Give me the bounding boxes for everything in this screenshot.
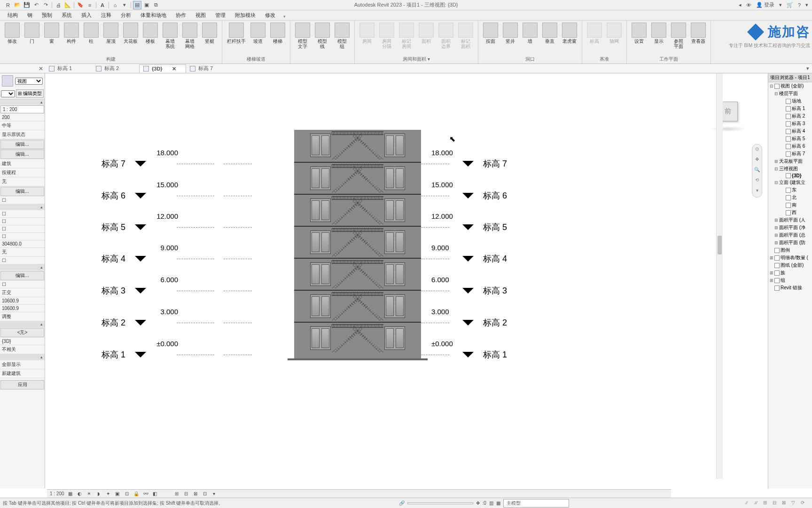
ribbon-button[interactable]: 参照 平面 (669, 22, 688, 50)
level-marker-right[interactable]: 3.000标高 2 (459, 317, 507, 328)
view-cube[interactable]: 前 (707, 97, 749, 139)
property-row[interactable] (0, 281, 45, 288)
document-tab[interactable]: {3D}✕ (139, 64, 186, 73)
ribbon-button[interactable]: 墙 (521, 22, 539, 45)
ribbon-button[interactable]: 楼板 (141, 22, 160, 50)
ribbon-button[interactable]: 屋顶 (102, 22, 120, 50)
close-properties-icon[interactable]: ✕ (0, 65, 45, 72)
ribbon-tab[interactable]: 修改 (260, 10, 280, 20)
ribbon-tab[interactable]: 分析 (116, 10, 136, 20)
property-row[interactable]: 编辑... (0, 187, 44, 196)
apply-button[interactable]: 应用 (0, 380, 44, 389)
ribbon-button[interactable]: 幕墙 网格 (180, 22, 199, 50)
document-tab[interactable]: 标高 1 (45, 64, 92, 73)
vc-shadow-icon[interactable]: ◗ (95, 491, 102, 496)
ribbon-button[interactable]: 模型 线 (313, 22, 332, 50)
vc-crop2-icon[interactable]: ⊡ (124, 491, 130, 496)
ribbon-button[interactable]: 查看器 (689, 22, 708, 50)
browser-node[interactable]: 北 (768, 194, 812, 201)
property-row[interactable]: 编辑... (0, 140, 44, 149)
user-icon[interactable]: 👤 登录 (756, 1, 774, 8)
nav-full-icon[interactable]: ⊙ (753, 146, 761, 154)
browser-node[interactable]: 西 (768, 209, 812, 216)
qat-undo-icon[interactable]: ↶ (32, 1, 40, 9)
browser-node[interactable]: ⊞族 (768, 269, 812, 277)
level-marker-left[interactable]: 标高 615.000 (102, 190, 150, 201)
browser-node[interactable]: 图纸 (全部) (768, 262, 812, 269)
nav-zoom-icon[interactable]: 🔍 (753, 167, 761, 175)
property-row[interactable] (0, 218, 45, 225)
navigation-bar[interactable]: ⊙ ✥ 🔍 ⟲ ▾ (752, 144, 762, 198)
browser-node[interactable]: 标高 3 (768, 120, 812, 127)
ribbon-button[interactable]: 显示 (649, 22, 668, 50)
vertical-scrollbar[interactable] (716, 73, 723, 479)
level-marker-left[interactable]: 标高 23.000 (102, 317, 150, 328)
level-marker-left[interactable]: 标高 1±0.000 (102, 349, 150, 360)
property-row[interactable] (0, 225, 45, 233)
sb-1-icon[interactable]: ⫽ (744, 500, 751, 507)
nav-dd-icon[interactable]: ▾ (753, 188, 761, 195)
dropdown-icon[interactable]: ▾ (779, 2, 782, 8)
ribbon-button[interactable]: 按面 (481, 22, 500, 45)
vc-dd-icon[interactable]: ▾ (211, 491, 218, 496)
close-tab-icon[interactable]: ✕ (172, 66, 176, 72)
vc-crop-icon[interactable]: ▣ (114, 491, 121, 496)
ribbon-button[interactable]: 标高 (585, 22, 604, 45)
level-marker-right[interactable]: 18.000标高 7 (459, 158, 507, 169)
cart-icon[interactable]: 🛒 (787, 2, 793, 8)
ribbon-button[interactable]: 柱 (82, 22, 101, 50)
level-marker-right[interactable]: ±0.000标高 1 (459, 349, 507, 360)
browser-node[interactable]: 场地 (768, 97, 812, 105)
infocenter-icon[interactable]: ◂ (739, 2, 742, 8)
ribbon-button[interactable]: 轴网 (605, 22, 624, 45)
vc-lock-icon[interactable]: 🔒 (133, 491, 140, 496)
vc-c-icon[interactable]: ⊠ (192, 491, 199, 496)
ribbon-button[interactable]: 天花板 (121, 22, 140, 50)
qat-print-icon[interactable]: 🖨 (54, 1, 62, 9)
ribbon-button[interactable]: 模型 文字 (293, 22, 312, 50)
ribbon-button[interactable]: 竖井 (501, 22, 520, 45)
drawing-canvas[interactable]: 标高 718.00018.000标高 7标高 615.00015.000标高 6… (45, 73, 768, 488)
ribbon-button[interactable]: 门 (23, 22, 41, 50)
ribbon-button[interactable]: 房间 分隔 (377, 22, 396, 50)
nav-pan-icon[interactable]: ✥ (753, 157, 761, 164)
browser-node[interactable]: 标高 7 (768, 150, 812, 158)
browser-node[interactable]: 东 (768, 186, 812, 194)
ribbon-tab[interactable]: 体量和场地 (136, 10, 171, 20)
qat-save-icon[interactable]: 💾 (23, 1, 31, 9)
vc-style-icon[interactable]: ◐ (77, 491, 83, 496)
nav-orbit-icon[interactable]: ⟲ (753, 177, 761, 185)
vc-render-icon[interactable]: ✦ (105, 491, 111, 496)
ribbon-button[interactable]: 幕墙 系统 (161, 22, 180, 50)
ribbon-button[interactable]: 窗 (42, 22, 61, 50)
status-worksets[interactable]: 主模型 (503, 499, 569, 508)
browser-node[interactable]: ⊟楼层平面 (768, 90, 812, 97)
level-marker-left[interactable]: 标高 718.000 (102, 158, 150, 169)
ribbon-button[interactable]: 标记 房间 (397, 22, 416, 50)
vc-b-icon[interactable]: ⊟ (183, 491, 189, 496)
browser-node[interactable]: {3D} (768, 173, 812, 179)
level-marker-right[interactable]: 15.000标高 6 (459, 190, 507, 201)
qat-close-hidden-icon[interactable]: ▣ (142, 1, 151, 9)
browser-node[interactable]: 图例 (768, 246, 812, 254)
level-marker-left[interactable]: 标高 512.000 (102, 222, 150, 233)
qat-switch-win-icon[interactable]: ⧉ (152, 1, 160, 9)
qat-tag-icon[interactable]: 🔖 (76, 1, 85, 9)
vc-reveal-icon[interactable]: ◧ (152, 491, 158, 496)
help-icon[interactable]: ? (798, 2, 801, 8)
browser-node[interactable]: 标高 6 (768, 143, 812, 150)
ribbon-button[interactable]: 构件 (62, 22, 81, 50)
qat-measure-icon[interactable]: 📐 (63, 1, 72, 9)
view-scale[interactable]: 1 : 200 (50, 491, 64, 496)
search-icon[interactable]: 👁 (746, 2, 751, 8)
property-row[interactable]: <无> (0, 328, 44, 337)
properties-filter[interactable] (1, 90, 15, 97)
browser-node[interactable]: 南 (768, 201, 812, 209)
qat-3d-icon[interactable]: ⌂ (111, 1, 119, 9)
ribbon-button[interactable]: 竖梃 (200, 22, 219, 50)
browser-node[interactable]: ⊞组 (768, 277, 812, 284)
ribbon-button[interactable]: 垂直 (540, 22, 559, 45)
ribbon-button[interactable]: 面积 边界 (437, 22, 455, 50)
vc-temp-icon[interactable]: 👓 (142, 491, 149, 496)
vc-a-icon[interactable]: ⊞ (173, 491, 180, 496)
